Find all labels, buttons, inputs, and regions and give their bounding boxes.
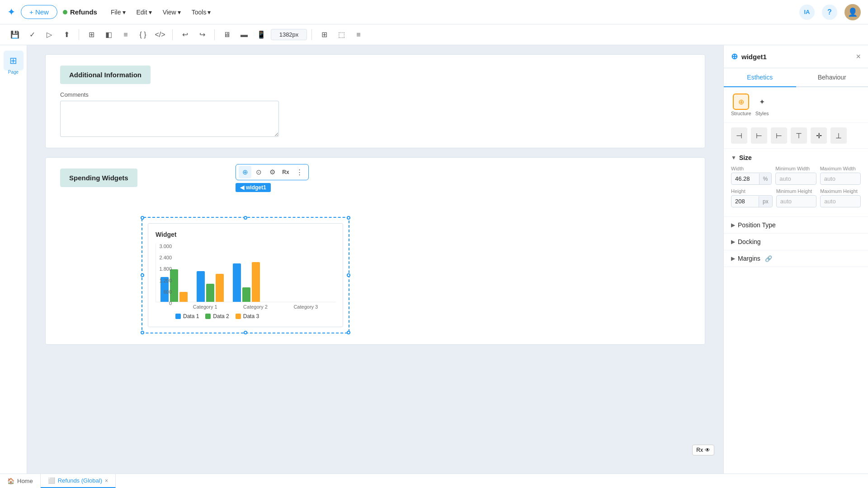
y-label-0: 3.000: [156, 244, 172, 249]
redo-button[interactable]: ↪: [194, 27, 210, 42]
sidebar-page-icon[interactable]: ⊞: [4, 51, 24, 70]
width-unit: %: [759, 174, 772, 184]
widget-structure-btn[interactable]: ⊕: [239, 166, 251, 178]
margins-row[interactable]: ▶ Margins 🔗: [724, 250, 868, 267]
play-button[interactable]: ▷: [42, 27, 57, 42]
frame-button[interactable]: ⬚: [334, 27, 349, 42]
export-button[interactable]: ⬆: [59, 27, 74, 42]
docking-chevron: ▶: [731, 239, 735, 245]
position-type-row[interactable]: ▶ Position Type: [724, 217, 868, 234]
nav-edit[interactable]: Edit ▾: [132, 6, 156, 19]
app-logo: ✦: [7, 6, 15, 18]
nav-tools[interactable]: Tools ▾: [187, 6, 216, 19]
handle-mr[interactable]: [347, 273, 350, 277]
tab-behaviour[interactable]: Behaviour: [796, 68, 868, 86]
mobile-view[interactable]: 📱: [254, 27, 269, 42]
min-width-field: Minimum Width auto: [775, 166, 816, 185]
align-center-h-btn[interactable]: ⊢: [751, 127, 767, 144]
bar-cat1-data3: [179, 292, 188, 302]
widget-more-btn[interactable]: ⋮: [293, 166, 306, 178]
user-avatar[interactable]: 👤: [844, 4, 861, 20]
tablet-view[interactable]: ▬: [236, 27, 252, 42]
width-field: Width %: [731, 166, 772, 185]
sep2: [172, 29, 173, 40]
widget-settings-btn[interactable]: ⚙: [266, 166, 278, 178]
grid-button[interactable]: ⊞: [316, 27, 332, 42]
panel-tabs: Esthetics Behaviour: [724, 68, 868, 87]
settings-button[interactable]: ≡: [351, 27, 366, 42]
handle-ml[interactable]: [141, 273, 144, 277]
canvas-scroll: Additional Information Comments Spending…: [45, 54, 705, 345]
bar-cat2-data3: [216, 274, 224, 302]
y-label-4: 600: [156, 289, 172, 295]
panel-close-button[interactable]: ×: [856, 52, 861, 61]
height-unit: px: [759, 196, 772, 207]
align-top-btn[interactable]: ⊤: [791, 127, 807, 144]
code-button[interactable]: </>: [152, 27, 168, 42]
widget-container[interactable]: Widget 3.000 2.400 1.800 1.200: [142, 217, 349, 333]
align-bottom-btn[interactable]: ⊥: [830, 127, 847, 144]
handle-tc[interactable]: [244, 216, 247, 220]
components-button[interactable]: ⊞: [84, 27, 99, 42]
structure-icon-btn[interactable]: ⊕: [733, 94, 749, 110]
min-height-label: Minimum Height: [776, 188, 817, 194]
widget-name-tag: widget1: [246, 184, 266, 191]
structure-label: Structure: [731, 111, 751, 116]
alignment-row: ⊣ ⊢ ⊢ ⊤ ✛ ⊥: [724, 123, 868, 149]
refunds-tab-close[interactable]: ×: [105, 478, 108, 484]
layers-button[interactable]: ◧: [101, 27, 116, 42]
y-label-1: 2.400: [156, 255, 172, 260]
width-input[interactable]: [731, 173, 759, 184]
widget-label-tag[interactable]: ◀ widget1: [236, 183, 271, 192]
tab-refunds[interactable]: ⬜ Refunds (Global) ×: [41, 474, 116, 488]
styles-label: Styles: [755, 111, 769, 116]
logic-button[interactable]: { }: [135, 27, 151, 42]
tab-home[interactable]: 🏠 Home: [0, 474, 41, 488]
docking-label: Docking: [738, 238, 761, 245]
help-icon[interactable]: ?: [822, 5, 837, 20]
nav-file[interactable]: File ▾: [106, 6, 130, 19]
size-section-header[interactable]: ▼ Size: [731, 154, 861, 161]
handle-bc[interactable]: [244, 331, 247, 334]
sidebar-page-label: Page: [8, 70, 19, 75]
legend-data3-label: Data 3: [243, 313, 259, 319]
nav-view[interactable]: View ▾: [158, 6, 185, 19]
align-left-btn[interactable]: ⊣: [731, 127, 747, 144]
legend-data2: Data 2: [205, 313, 229, 319]
chart-legend: Data 1 Data 2 Data 3: [175, 313, 335, 319]
nav-menu: File ▾ Edit ▾ View ▾ Tools ▾: [106, 6, 215, 19]
sep4: [311, 29, 312, 40]
panel-header: ⊕ widget1 ×: [724, 45, 868, 68]
y-label-5: 0: [156, 300, 172, 306]
desktop-view[interactable]: 🖥: [219, 27, 235, 42]
bottom-bar: 🏠 Home ⬜ Refunds (Global) ×: [0, 474, 868, 488]
handle-tl[interactable]: [141, 216, 144, 220]
widget-move-btn[interactable]: ⊙: [252, 166, 265, 178]
data-button[interactable]: ≡: [118, 27, 133, 42]
spending-section-header: Spending Widgets: [60, 169, 137, 187]
align-center-v-btn[interactable]: ✛: [811, 127, 827, 144]
handle-tr[interactable]: [347, 216, 350, 220]
new-button[interactable]: + New: [21, 5, 57, 19]
save-button[interactable]: 💾: [7, 27, 23, 42]
undo-button[interactable]: ↩: [177, 27, 193, 42]
sep3: [214, 29, 215, 40]
rx-badge[interactable]: Rx 👁: [692, 445, 714, 455]
canvas-area[interactable]: Additional Information Comments Spending…: [27, 45, 723, 474]
tab-esthetics[interactable]: Esthetics: [724, 68, 796, 87]
comments-textarea[interactable]: [60, 101, 279, 137]
handle-br[interactable]: [347, 331, 350, 334]
doc-status-dot: [63, 10, 67, 14]
check-button[interactable]: ✓: [24, 27, 40, 42]
margins-label: Margins: [738, 255, 760, 262]
align-right-btn[interactable]: ⊢: [771, 127, 787, 144]
styles-icon-btn[interactable]: ✦: [754, 94, 770, 110]
handle-bl[interactable]: [141, 331, 144, 334]
docking-row[interactable]: ▶ Docking: [724, 234, 868, 250]
height-input-wrap: px: [731, 195, 773, 207]
widget-rx-btn[interactable]: Rx: [279, 166, 292, 178]
legend-data2-label: Data 2: [213, 313, 229, 319]
rx-icon: 👁: [705, 447, 710, 453]
user-initials-icon[interactable]: IA: [799, 5, 815, 20]
height-input[interactable]: [731, 196, 759, 207]
